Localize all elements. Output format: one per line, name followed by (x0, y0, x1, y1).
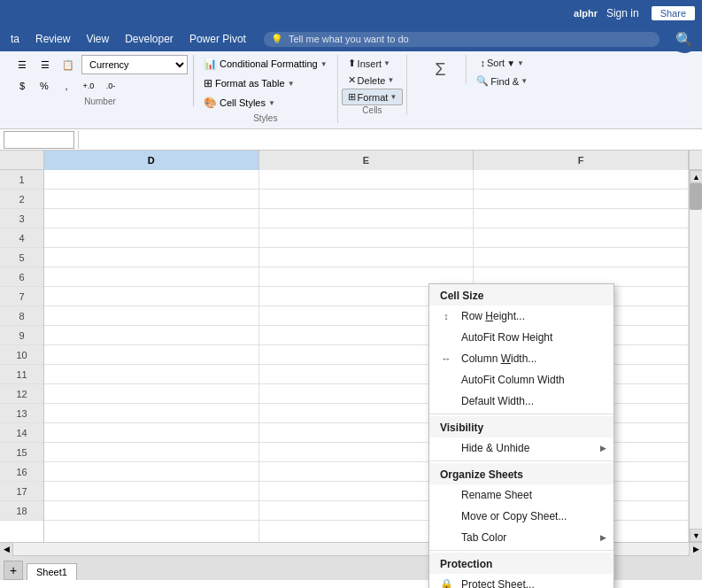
hide-unhide-item[interactable]: Hide & Unhide (429, 437, 613, 459)
cell-E2[interactable] (259, 190, 474, 209)
share-button[interactable]: Share (652, 6, 695, 20)
sign-in-button[interactable]: Sign in (606, 7, 639, 19)
conditional-formatting-button[interactable]: 📊 Conditional Formatting ▼ (197, 55, 334, 73)
cell-D11[interactable] (44, 365, 258, 384)
row-num-1[interactable]: 1 (0, 170, 43, 190)
number-format-select[interactable]: Currency (81, 55, 188, 74)
cell-D9[interactable] (44, 326, 258, 345)
cell-D14[interactable] (44, 423, 258, 443)
cells-group-label: Cells (342, 105, 404, 115)
sum-button[interactable]: Σ (418, 55, 462, 84)
decrease-decimal-button[interactable]: .0- (101, 77, 120, 95)
row-num-15[interactable]: 15 (0, 443, 43, 462)
protect-sheet-item[interactable]: 🔒 Protect Sheet... (429, 574, 613, 588)
comma-button[interactable]: , (57, 77, 76, 95)
row-num-16[interactable]: 16 (0, 462, 43, 482)
vertical-scrollbar[interactable]: ▲ ▼ (689, 170, 702, 542)
col-width-item[interactable]: ↔ Column Width... (429, 348, 613, 369)
cell-D13[interactable] (44, 404, 258, 423)
cell-E4[interactable] (259, 228, 474, 248)
menu-item-review[interactable]: Review (28, 30, 77, 48)
search-bar[interactable]: 💡 Tell me what you want to do (264, 32, 660, 47)
row-num-7[interactable]: 7 (0, 287, 43, 306)
row-num-14[interactable]: 14 (0, 423, 43, 443)
row-num-12[interactable]: 12 (0, 384, 43, 404)
row-num-8[interactable]: 8 (0, 306, 43, 326)
cell-F4[interactable] (474, 228, 688, 248)
row-num-6[interactable]: 6 (0, 267, 43, 287)
row-num-11[interactable]: 11 (0, 365, 43, 384)
autofit-row-item[interactable]: AutoFit Row Height (429, 327, 613, 348)
menu-item-developer[interactable]: Developer (118, 30, 181, 48)
cell-D3[interactable] (44, 209, 258, 228)
cell-D5[interactable] (44, 248, 258, 267)
row-num-9[interactable]: 9 (0, 326, 43, 345)
sheet-tab-1[interactable]: Sheet1 (27, 563, 77, 580)
row-num-4[interactable]: 4 (0, 228, 43, 248)
row-num-13[interactable]: 13 (0, 404, 43, 423)
cell-F5[interactable] (474, 248, 688, 267)
cell-D10[interactable] (44, 345, 258, 365)
scroll-up-button[interactable]: ▲ (690, 170, 702, 183)
format-button[interactable]: ⊞ Format ▼ (342, 89, 404, 105)
increase-decimal-button[interactable]: +.0 (79, 77, 98, 95)
menu-item-ta[interactable]: ta (4, 30, 27, 48)
cell-styles-button[interactable]: 🎨 Cell Styles ▼ (197, 94, 334, 112)
cell-D12[interactable] (44, 384, 258, 404)
cell-E3[interactable] (259, 209, 474, 228)
col-header-d[interactable]: D (44, 151, 259, 170)
cell-D15[interactable] (44, 443, 258, 462)
row-num-18[interactable]: 18 (0, 501, 43, 521)
cell-D6[interactable] (44, 267, 258, 287)
cell-D7[interactable] (44, 287, 258, 306)
scrollbar-track[interactable] (690, 183, 702, 529)
cell-D18[interactable] (44, 501, 258, 521)
menu-item-power-pivot[interactable]: Power Pivot (182, 30, 253, 48)
scroll-down-button[interactable]: ▼ (690, 529, 702, 542)
scrollbar-thumb[interactable] (690, 183, 702, 210)
name-box[interactable] (4, 131, 74, 149)
align-left-icon[interactable]: ☰ (12, 56, 32, 74)
row-num-17[interactable]: 17 (0, 482, 43, 501)
col-header-f[interactable]: F (474, 151, 689, 170)
formula-input[interactable] (82, 131, 698, 149)
cell-F1[interactable] (474, 170, 688, 190)
tab-color-item[interactable]: Tab Color (429, 527, 613, 548)
row-height-item[interactable]: ↕ Row Height... (429, 306, 613, 327)
cell-F3[interactable] (474, 209, 688, 228)
row-num-10[interactable]: 10 (0, 345, 43, 365)
insert-button[interactable]: ⬆ Insert ▼ (342, 55, 397, 72)
search-circle-button[interactable]: 🔍 (670, 25, 698, 53)
cell-E5[interactable] (259, 248, 474, 267)
format-painter-icon[interactable]: 📋 (58, 56, 78, 74)
spreadsheet-area: 123456789101112131415161718 ▲ ▼ Cell Siz… (0, 170, 702, 542)
rename-sheet-item[interactable]: Rename Sheet (429, 484, 613, 506)
cell-D4[interactable] (44, 228, 258, 248)
delete-button[interactable]: ✕ Delete ▼ (342, 72, 401, 89)
dollar-sign-button[interactable]: $ (12, 77, 32, 95)
row-num-3[interactable]: 3 (0, 209, 43, 228)
col-header-e[interactable]: E (259, 151, 474, 170)
row-num-2[interactable]: 2 (0, 190, 43, 209)
menu-item-view[interactable]: View (79, 30, 116, 48)
default-width-item[interactable]: Default Width... (429, 391, 613, 412)
cell-D1[interactable] (44, 170, 258, 190)
percent-button[interactable]: % (35, 77, 54, 95)
cell-D16[interactable] (44, 462, 258, 482)
scroll-left-button[interactable]: ◀ (0, 543, 13, 556)
row-num-5[interactable]: 5 (0, 248, 43, 267)
move-copy-item[interactable]: Move or Copy Sheet... (429, 506, 613, 527)
cell-F2[interactable] (474, 190, 688, 209)
find-select-button[interactable]: 🔍 Find & ▼ (470, 73, 534, 89)
cell-D2[interactable] (44, 190, 258, 209)
scroll-right-button[interactable]: ▶ (689, 543, 702, 556)
sort-filter-button[interactable]: ↕ Sort ▼ ▼ (474, 55, 530, 71)
cell-D8[interactable] (44, 306, 258, 326)
align-center-icon[interactable]: ☰ (35, 56, 55, 74)
formula-bar (0, 129, 702, 151)
autofit-col-item[interactable]: AutoFit Column Width (429, 369, 613, 391)
add-sheet-button[interactable]: + (4, 561, 23, 580)
cell-E1[interactable] (259, 170, 474, 190)
cell-D17[interactable] (44, 482, 258, 501)
format-as-table-button[interactable]: ⊞ Format as Table ▼ (197, 74, 334, 92)
